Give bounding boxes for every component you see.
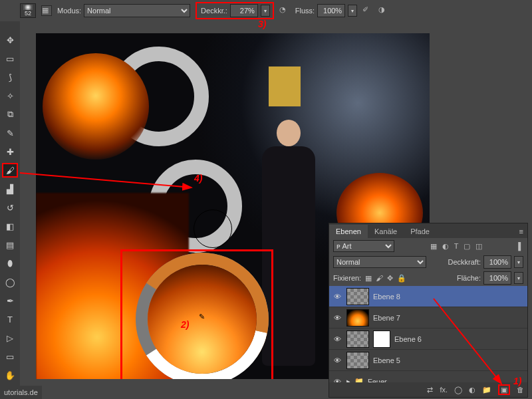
layer-fill-dd[interactable]: ▾ <box>514 272 523 284</box>
layer-group-row[interactable]: 👁 ▸ 📁 Feuer <box>329 371 527 382</box>
layer-row[interactable]: 👁 Ebene 7 <box>329 307 527 329</box>
layer-thumb[interactable] <box>346 288 369 305</box>
eyedropper-tool[interactable]: ✎ <box>3 126 17 140</box>
folder-icon: 📁 <box>354 377 364 382</box>
tab-channels[interactable]: Kanäle <box>368 225 404 238</box>
panel-menu-icon[interactable]: ≡ <box>515 225 527 238</box>
filter-adjust-icon[interactable]: ◐ <box>442 242 449 251</box>
visibility-icon[interactable]: 👁 <box>332 378 342 383</box>
layer-thumb[interactable] <box>346 352 369 369</box>
flow-label: Fluss: <box>295 7 315 15</box>
layer-thumb[interactable] <box>346 331 369 348</box>
visibility-icon[interactable]: 👁 <box>332 293 342 301</box>
pressure-opacity-icon[interactable]: ◔ <box>279 5 290 16</box>
dodge-tool[interactable]: ◯ <box>3 275 17 289</box>
lock-transparency-icon[interactable]: ▦ <box>365 274 372 283</box>
layer-filter-select[interactable]: ᴘ Art <box>333 240 394 252</box>
marquee-tool[interactable]: ▭ <box>3 52 17 65</box>
opacity-input[interactable] <box>230 4 258 17</box>
layer-row[interactable]: 👁 Ebene 5 <box>329 350 527 371</box>
visibility-icon[interactable]: 👁 <box>332 335 342 343</box>
lock-all-icon[interactable]: 🔒 <box>397 274 406 283</box>
lasso-tool[interactable]: ⟆ <box>3 70 17 84</box>
watermark-text: utorials.de <box>0 386 42 399</box>
eraser-tool[interactable]: ◧ <box>3 219 17 233</box>
filter-type-icon[interactable]: T <box>454 242 459 251</box>
layer-opacity-label: Deckkraft: <box>448 258 481 266</box>
pressure-size-icon[interactable]: ◑ <box>378 5 389 16</box>
blur-tool[interactable]: ⬮ <box>3 257 17 270</box>
layer-row[interactable]: 👁 Ebene 6 <box>329 329 527 350</box>
brush-panel-icon[interactable]: ▦ <box>41 5 52 16</box>
pen-tool[interactable]: ✒ <box>3 294 17 307</box>
delete-layer-icon[interactable]: 🗑 <box>517 386 524 394</box>
brush-tool[interactable]: 🖌 <box>3 164 17 177</box>
layer-fill-input[interactable] <box>483 271 511 285</box>
group-expand-icon[interactable]: ▸ <box>346 377 350 382</box>
wand-tool[interactable]: ✧ <box>3 89 17 102</box>
flow-dropdown-arrow[interactable]: ▾ <box>348 5 357 17</box>
tools-sidebar: ✥ ▭ ⟆ ✧ ⧉ ✎ ✚ 🖌 ▟ ↺ ◧ ▤ ⬮ ◯ ✒ T ▷ ▭ ✋ <box>0 21 20 399</box>
lock-position-icon[interactable]: ✥ <box>387 274 393 283</box>
healing-tool[interactable]: ✚ <box>3 145 17 158</box>
filter-pixel-icon[interactable]: ▦ <box>430 242 437 251</box>
link-layers-icon[interactable]: ⇄ <box>427 386 433 394</box>
layer-name[interactable]: Ebene 6 <box>394 335 422 343</box>
visibility-icon[interactable]: 👁 <box>332 356 342 364</box>
layer-opacity-dd[interactable]: ▾ <box>514 256 523 268</box>
filter-toggle-switch[interactable]: ▌ <box>518 242 523 250</box>
move-tool[interactable]: ✥ <box>3 33 17 47</box>
type-tool[interactable]: T <box>3 313 17 326</box>
crop-tool[interactable]: ⧉ <box>3 108 17 121</box>
new-layer-button[interactable]: ▣ <box>498 384 510 395</box>
flow-input[interactable] <box>317 4 345 17</box>
path-select-tool[interactable]: ▷ <box>3 331 17 344</box>
shape-tool[interactable]: ▭ <box>3 350 17 363</box>
layer-name[interactable]: Ebene 8 <box>373 293 400 301</box>
layer-fill-label: Fläche: <box>457 274 481 282</box>
mask-icon[interactable]: ◯ <box>454 386 462 394</box>
airbrush-icon[interactable]: ✐ <box>362 5 373 16</box>
layer-lock-label: Fixieren: <box>333 274 361 282</box>
brush-size-value: 52 <box>25 10 31 17</box>
stamp-tool[interactable]: ▟ <box>3 182 17 196</box>
brush-size-picker[interactable]: 52 <box>20 3 36 18</box>
gradient-tool[interactable]: ▤ <box>3 238 17 251</box>
hand-tool[interactable]: ✋ <box>3 368 17 382</box>
layer-thumb[interactable] <box>346 309 369 327</box>
filter-shape-icon[interactable]: ▢ <box>464 242 470 251</box>
tab-paths[interactable]: Pfade <box>404 225 436 238</box>
layer-name[interactable]: Ebene 7 <box>373 314 400 322</box>
opacity-label: Deckkr.: <box>201 7 227 15</box>
layer-name[interactable]: Ebene 5 <box>373 356 400 364</box>
group-icon[interactable]: 📁 <box>482 386 491 394</box>
eyedropper-cursor-icon: ✎ <box>199 313 209 323</box>
lock-pixels-icon[interactable]: 🖌 <box>376 274 383 282</box>
visibility-icon[interactable]: 👁 <box>332 314 342 322</box>
mode-label: Modus: <box>57 7 81 15</box>
layer-blend-select[interactable]: Normal <box>333 256 426 268</box>
brush-preview-icon <box>4 5 15 16</box>
fx-icon[interactable]: fx. <box>440 386 448 394</box>
filter-smart-icon[interactable]: ◫ <box>475 242 482 251</box>
opacity-dropdown-arrow[interactable]: ▾ <box>261 5 270 17</box>
layer-row[interactable]: 👁 Ebene 8 <box>329 286 527 307</box>
brush-cursor-circle <box>194 209 232 248</box>
layer-name[interactable]: Feuer <box>368 378 387 383</box>
layer-mask-thumb[interactable] <box>373 331 390 348</box>
blend-mode-select[interactable]: Normal <box>84 4 190 17</box>
history-brush-tool[interactable]: ↺ <box>3 201 17 214</box>
adjustment-icon[interactable]: ◐ <box>469 386 475 394</box>
layers-list: 👁 Ebene 8 👁 Ebene 7 👁 Ebene 6 👁 Ebene 5 … <box>329 286 527 382</box>
layers-panel: Ebenen Kanäle Pfade ≡ ᴘ Art ▦ ◐ T ▢ ◫ ▌ … <box>329 223 528 398</box>
layer-opacity-input[interactable] <box>483 255 511 269</box>
tab-layers[interactable]: Ebenen <box>329 225 368 238</box>
